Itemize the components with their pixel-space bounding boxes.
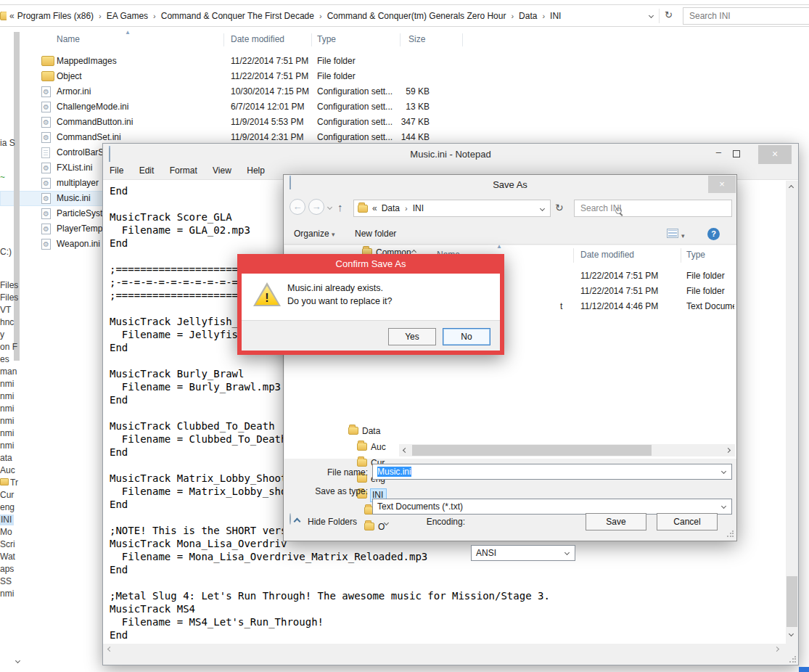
menu-view[interactable]: View — [213, 165, 231, 176]
scrollbar-thumb[interactable] — [787, 576, 797, 627]
scroll-up-icon[interactable] — [789, 185, 794, 190]
column-header-size[interactable]: Size — [408, 34, 425, 44]
nav-tree-item[interactable]: Tr — [0, 478, 18, 490]
scroll-right-icon[interactable] — [774, 647, 779, 652]
notepad-horizontal-scrollbar[interactable] — [103, 644, 786, 655]
nav-tree-item[interactable]: SS — [0, 576, 18, 589]
breadcrumb-segment[interactable]: Data — [382, 203, 400, 213]
breadcrumb[interactable]: « Program Files (x86)› EA Games› Command… — [9, 11, 561, 21]
breadcrumb-segment[interactable]: Program Files (x86) — [17, 11, 94, 21]
minimize-button[interactable]: – — [716, 147, 721, 157]
divider[interactable] — [223, 33, 224, 46]
nav-tree-item[interactable]: ata — [0, 453, 18, 465]
nav-tree-item[interactable]: INI — [0, 515, 18, 527]
forward-button[interactable]: → — [308, 199, 324, 215]
breadcrumb-segment[interactable]: Data — [519, 11, 537, 21]
nav-tree-item[interactable]: hnc — [0, 317, 18, 329]
breadcrumb-segment[interactable]: INI — [550, 11, 561, 21]
nav-tree-item[interactable]: nmi — [0, 441, 18, 453]
nav-tree-item[interactable]: VT — [0, 305, 18, 317]
yes-button[interactable]: Yes — [388, 328, 436, 345]
nav-tree-item[interactable]: Mo — [0, 527, 18, 539]
breadcrumb-segment[interactable]: Command & Conquer(tm) Generals Zero Hour — [327, 11, 506, 21]
notepad-vertical-scrollbar[interactable] — [786, 181, 798, 644]
maximize-button[interactable] — [733, 150, 740, 157]
save-type-select[interactable]: Text Documents (*.txt) — [372, 499, 732, 515]
column-header-date[interactable]: Date modified — [580, 250, 634, 260]
refresh-icon[interactable]: ↻ — [555, 202, 564, 213]
history-dropdown-icon[interactable] — [327, 205, 332, 210]
back-button[interactable]: ← — [289, 199, 305, 215]
file-row[interactable]: ChallengeMode.ini 6/7/2014 12:01 PM Conf… — [0, 99, 508, 115]
search-input[interactable]: Search INI — [683, 7, 809, 25]
hide-folders-button[interactable]: Hide Folders — [289, 513, 291, 530]
save-as-address-bar[interactable]: « Data › INI — [353, 200, 551, 217]
column-header-name[interactable]: Name — [57, 34, 80, 44]
file-name-input[interactable]: Music.ini — [372, 464, 732, 480]
up-button[interactable]: ↑ — [337, 201, 343, 213]
column-header-date[interactable]: Date modified — [231, 34, 284, 44]
file-row[interactable]: CommandButton.ini 11/9/2014 5:53 PM Conf… — [0, 115, 508, 130]
nav-tree-item[interactable]: Files — [0, 280, 18, 292]
divider[interactable] — [573, 248, 574, 263]
breadcrumb-segment[interactable]: Command & Conquer The First Decade — [161, 11, 314, 21]
nav-tree-item[interactable]: y — [0, 329, 18, 342]
chevron-down-icon[interactable]: ▾ — [681, 232, 685, 239]
save-button[interactable]: Save — [586, 513, 646, 530]
nav-tree-item[interactable]: aps — [0, 564, 18, 576]
scroll-right-icon[interactable] — [726, 448, 731, 453]
column-header-type[interactable]: Type — [686, 250, 705, 260]
menu-file[interactable]: File — [110, 165, 123, 176]
divider[interactable] — [462, 33, 463, 46]
encoding-select[interactable]: ANSI — [471, 545, 575, 561]
close-button[interactable]: × — [708, 176, 736, 193]
divider[interactable] — [681, 248, 681, 263]
nav-tree-item[interactable]: man — [0, 366, 18, 379]
address-dropdown-icon[interactable] — [540, 206, 545, 211]
nav-tree-item[interactable]: es — [0, 354, 18, 366]
view-list-icon[interactable] — [667, 229, 678, 238]
chevron-down-icon[interactable] — [721, 504, 726, 509]
scroll-down-icon[interactable] — [789, 631, 794, 636]
nav-tree-item[interactable]: Files — [0, 292, 18, 305]
breadcrumb-segment[interactable]: INI — [413, 203, 424, 213]
new-folder-button[interactable]: New folder — [355, 229, 396, 239]
file-row[interactable]: Object 11/22/2014 7:51 PM File folder — [0, 69, 508, 84]
nav-tree-item[interactable]: nmi — [0, 379, 18, 391]
file-row[interactable]: MappedImages 11/22/2014 7:51 PM File fol… — [0, 54, 508, 69]
nav-tree-item[interactable]: nmi — [0, 589, 18, 601]
help-icon[interactable]: ? — [707, 228, 720, 240]
save-as-horizontal-scrollbar[interactable] — [399, 444, 735, 456]
search-input[interactable]: Search INI — [574, 200, 732, 217]
breadcrumb-collapse[interactable]: « — [372, 203, 377, 213]
divider[interactable] — [400, 33, 401, 46]
menu-edit[interactable]: Edit — [139, 165, 155, 176]
nav-tree-item[interactable]: nmi — [0, 403, 18, 416]
tree-item[interactable]: O — [364, 522, 385, 535]
organize-button[interactable]: Organize ▾ — [294, 229, 335, 239]
refresh-icon[interactable]: ↻ — [665, 9, 673, 20]
nav-tree-item[interactable]: eng — [0, 502, 18, 515]
resize-grip[interactable] — [726, 530, 734, 538]
tree-item[interactable]: Data — [348, 426, 380, 439]
breadcrumb-segment[interactable]: EA Games — [107, 11, 148, 21]
resize-grip[interactable] — [789, 656, 796, 663]
file-row[interactable]: Armor.ini 10/30/2014 7:15 PM Configurati… — [0, 84, 508, 99]
address-dropdown-icon[interactable] — [649, 13, 654, 18]
nav-tree-item[interactable]: on F — [0, 342, 18, 354]
scroll-left-icon[interactable] — [107, 647, 112, 652]
nav-tree-item[interactable]: Scri — [0, 539, 18, 552]
chevron-down-icon[interactable] — [564, 550, 570, 555]
menu-format[interactable]: Format — [170, 165, 197, 176]
close-button[interactable]: × — [758, 145, 792, 164]
scroll-down-icon[interactable] — [15, 658, 20, 663]
divider[interactable] — [311, 33, 312, 46]
nav-tree-item[interactable]: Wat — [0, 552, 18, 564]
nav-tree-item[interactable]: nmi — [0, 416, 18, 428]
no-button[interactable]: No — [443, 328, 490, 345]
chevron-down-icon[interactable] — [721, 469, 726, 474]
nav-tree-item[interactable]: nmi — [0, 428, 18, 441]
nav-tree-item[interactable]: Auc — [0, 465, 18, 478]
nav-tree-item[interactable]: Cur — [0, 490, 18, 502]
scrollbar-thumb[interactable] — [412, 445, 652, 456]
